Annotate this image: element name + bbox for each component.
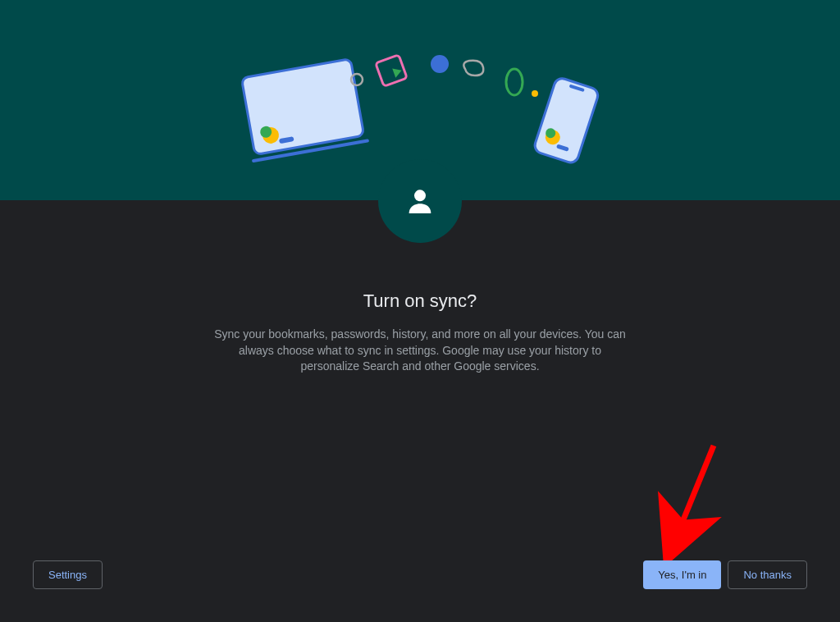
- svg-rect-6: [376, 55, 407, 86]
- footer-actions: Yes, I'm in No thanks: [643, 560, 807, 589]
- svg-point-8: [506, 69, 523, 95]
- svg-point-15: [414, 190, 426, 201]
- no-thanks-button[interactable]: No thanks: [728, 560, 807, 589]
- person-icon: [404, 185, 436, 217]
- svg-point-9: [532, 90, 538, 97]
- annotation-arrow: [656, 441, 730, 560]
- settings-button[interactable]: Settings: [33, 560, 103, 589]
- dialog-footer: Settings Yes, I'm in No thanks: [0, 560, 840, 589]
- svg-rect-10: [533, 76, 600, 164]
- svg-point-7: [431, 55, 449, 73]
- svg-rect-0: [241, 59, 363, 155]
- profile-avatar: [378, 159, 462, 243]
- dialog-description: Sync your bookmarks, passwords, history,…: [211, 327, 629, 375]
- yes-im-in-button[interactable]: Yes, I'm in: [643, 560, 721, 589]
- dialog-title: Turn on sync?: [363, 290, 477, 312]
- svg-line-16: [677, 446, 714, 536]
